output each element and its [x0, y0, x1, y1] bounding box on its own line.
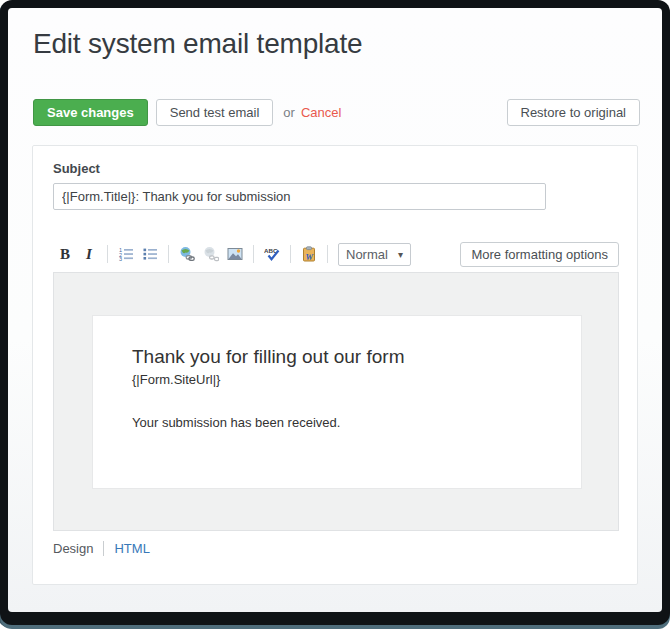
- bold-label: B: [60, 246, 70, 263]
- spellcheck-icon: ABC: [264, 246, 280, 262]
- email-template-panel: Subject B I 1 2 3: [32, 145, 638, 585]
- toolbar-separator: [327, 245, 328, 263]
- unordered-list-icon: [142, 246, 158, 262]
- email-preview-card: Thank you for filling out our form {|For…: [92, 315, 582, 489]
- svg-text:3: 3: [119, 256, 122, 262]
- toolbar-separator: [107, 245, 108, 263]
- remove-link-icon: [203, 246, 219, 262]
- cancel-link[interactable]: Cancel: [301, 105, 341, 120]
- ordered-list-icon: 1 2 3: [118, 246, 134, 262]
- action-toolbar: Save changes Send test email or Cancel R…: [33, 99, 640, 126]
- chevron-down-icon: ▾: [398, 249, 403, 260]
- insert-image-button[interactable]: [223, 242, 247, 266]
- tab-html[interactable]: HTML: [114, 541, 149, 556]
- restore-to-original-button[interactable]: Restore to original: [507, 99, 641, 126]
- toolbar-separator: [168, 245, 169, 263]
- unordered-list-button[interactable]: [138, 242, 162, 266]
- spellcheck-button[interactable]: ABC: [260, 242, 284, 266]
- tab-design[interactable]: Design: [53, 541, 93, 556]
- send-test-email-button[interactable]: Send test email: [156, 99, 274, 126]
- page-title: Edit system email template: [33, 28, 362, 60]
- editor-toolbar: B I 1 2 3: [53, 241, 619, 267]
- save-changes-button[interactable]: Save changes: [33, 99, 148, 126]
- paragraph-format-dropdown[interactable]: Normal ▾: [338, 243, 411, 266]
- subject-label: Subject: [53, 161, 100, 176]
- paragraph-format-value: Normal: [346, 247, 388, 262]
- insert-link-icon: [179, 246, 195, 262]
- remove-link-button[interactable]: [199, 242, 223, 266]
- editor-mode-tabs: Design HTML: [53, 541, 150, 556]
- bold-button[interactable]: B: [53, 242, 77, 266]
- email-heading: Thank you for filling out our form: [132, 346, 569, 369]
- screenshot-frame: Edit system email template Save changes …: [0, 0, 670, 625]
- email-site-url: {|Form.SiteUrl|}: [132, 372, 569, 387]
- insert-image-icon: [227, 246, 243, 262]
- italic-button[interactable]: I: [77, 242, 101, 266]
- paste-from-word-icon: W: [301, 246, 317, 262]
- email-body-text: Your submission has been received.: [132, 415, 569, 430]
- subject-input[interactable]: [53, 183, 546, 210]
- email-body-editor[interactable]: Thank you for filling out our form {|For…: [53, 272, 619, 531]
- toolbar-separator: [290, 245, 291, 263]
- insert-link-button[interactable]: [175, 242, 199, 266]
- italic-label: I: [86, 246, 92, 263]
- or-label: or: [283, 105, 295, 120]
- tab-separator: [103, 541, 104, 556]
- more-formatting-options-button[interactable]: More formatting options: [460, 242, 619, 267]
- toolbar-separator: [253, 245, 254, 263]
- paste-from-word-button[interactable]: W: [297, 242, 321, 266]
- edit-email-template-page: Edit system email template Save changes …: [8, 8, 662, 612]
- ordered-list-button[interactable]: 1 2 3: [114, 242, 138, 266]
